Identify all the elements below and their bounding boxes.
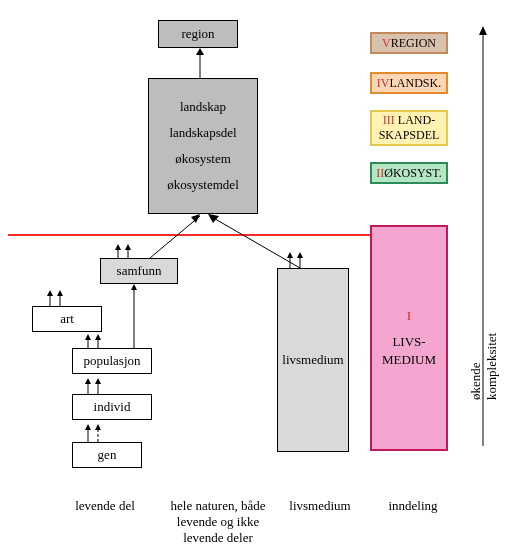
bottom-hele-l3: levende deler (158, 530, 278, 546)
svg-marker-5 (191, 214, 200, 223)
svg-marker-31 (287, 252, 293, 258)
connector-arrows (0, 0, 519, 554)
svg-marker-9 (115, 244, 121, 250)
svg-marker-13 (47, 290, 53, 296)
svg-marker-25 (95, 378, 101, 384)
svg-marker-21 (95, 334, 101, 340)
svg-marker-29 (95, 424, 101, 430)
bottom-livsmedium: livsmedium (280, 498, 360, 514)
bottom-hele: hele naturen, både levende og ikke leven… (158, 498, 278, 546)
svg-marker-27 (85, 424, 91, 430)
svg-line-6 (210, 216, 300, 268)
svg-marker-15 (57, 290, 63, 296)
diagram-canvas: region landskap landskapsdel økosystem ø… (0, 0, 519, 554)
svg-marker-19 (85, 334, 91, 340)
bottom-levende: levende del (60, 498, 150, 514)
bottom-inndeling: inndeling (378, 498, 448, 514)
bottom-hele-l1: hele naturen, både (158, 498, 278, 514)
svg-marker-11 (125, 244, 131, 250)
svg-marker-33 (297, 252, 303, 258)
svg-line-4 (150, 216, 200, 258)
svg-marker-17 (131, 284, 137, 290)
svg-marker-7 (208, 214, 219, 223)
svg-marker-23 (85, 378, 91, 384)
bottom-hele-l2: levende og ikke (158, 514, 278, 530)
